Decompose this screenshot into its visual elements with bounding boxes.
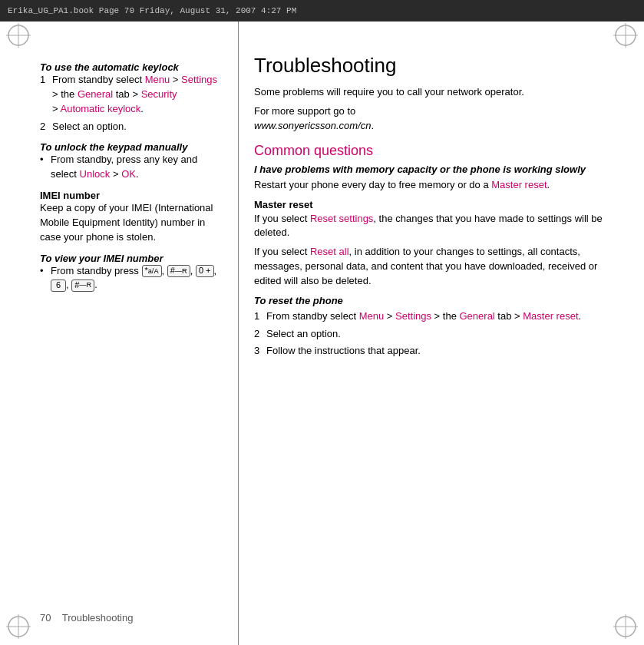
unlock-bullet1: • From standby, press any key and select… <box>40 153 224 182</box>
general-link2: General <box>460 310 495 322</box>
general-link1: General <box>78 88 113 100</box>
reset-step3: 3 Follow the instructions that appear. <box>254 344 613 359</box>
view-imei-bullet: • From standby press *a/A, #—R, 0 +,6, #… <box>40 264 224 293</box>
keylock-step2-text: Select an option. <box>52 120 127 134</box>
page-content: To use the automatic keylock 1 From stan… <box>0 22 644 645</box>
block-unlock-keypad: To unlock the keypad manually • From sta… <box>40 141 224 182</box>
intro-text2: For more support go towww.sonyericsson.c… <box>254 104 613 134</box>
reset-settings-link: Reset settings <box>310 213 373 224</box>
footer-section: Troubleshooting <box>62 612 134 624</box>
intro-text1: Some problems will require you to call y… <box>254 85 613 100</box>
security-link: Security <box>141 88 177 100</box>
reset-step1: 1 From standby select Menu > Settings > … <box>254 309 613 324</box>
reset-all-link: Reset all <box>310 246 349 257</box>
settings-link1: Settings <box>181 74 217 85</box>
reset-phone-heading: To reset the phone <box>254 295 613 306</box>
reset-step3-text: Follow the instructions that appear. <box>266 344 421 359</box>
imei-heading: IMEI number <box>40 190 224 201</box>
reset-step2-text: Select an option. <box>266 327 341 342</box>
auto-keylock-link: Automatic keylock <box>61 103 141 114</box>
menu-link1: Menu <box>145 74 170 85</box>
header-text: Erika_UG_PA1.book Page 70 Friday, August… <box>8 6 296 15</box>
keylock-step1: 1 From standby select Menu > Settings> t… <box>40 73 224 117</box>
page-title: Troubleshooting <box>254 54 613 78</box>
menu-link2: Menu <box>359 310 385 322</box>
block-auto-keylock: To use the automatic keylock 1 From stan… <box>40 61 224 134</box>
unlock-link: Unlock <box>80 168 111 180</box>
footer: 70 Troubleshooting <box>40 612 133 624</box>
view-imei-heading: To view your IMEI number <box>40 253 224 264</box>
key-hash-r2: #—R <box>71 280 94 292</box>
master-reset-heading: Master reset <box>254 199 613 210</box>
reset-step2: 2 Select an option. <box>254 327 613 342</box>
right-column: Troubleshooting Some problems will requi… <box>238 22 644 645</box>
imei-body: Keep a copy of your IMEI (International … <box>40 201 224 245</box>
footer-page-num: 70 <box>40 612 51 624</box>
common-questions-heading: Common questions <box>254 143 613 159</box>
unlock-keypad-heading: To unlock the keypad manually <box>40 141 224 153</box>
block-imei: IMEI number Keep a copy of your IMEI (In… <box>40 190 224 245</box>
auto-keylock-heading: To use the automatic keylock <box>40 61 224 73</box>
ok-link: OK <box>121 168 136 180</box>
header-bar: Erika_UG_PA1.book Page 70 Friday, August… <box>0 0 644 22</box>
keylock-step2: 2 Select an option. <box>40 120 224 134</box>
settings-link2: Settings <box>395 310 431 322</box>
key-zero: 0 + <box>196 265 214 277</box>
master-reset-link1: Master reset <box>491 179 547 190</box>
mr-body2: If you select Reset all, in addition to … <box>254 245 613 289</box>
master-reset-link2: Master reset <box>523 310 578 322</box>
q1-italic: I have problems with memory capacity or … <box>254 164 613 175</box>
key-six: 6 <box>51 280 66 292</box>
q1-body: Restart your phone every day to free mem… <box>254 178 613 193</box>
key-hash-r1: #—R <box>167 265 190 277</box>
block-view-imei: To view your IMEI number • From standby … <box>40 253 224 293</box>
left-column: To use the automatic keylock 1 From stan… <box>0 22 238 645</box>
key-star: *a/A <box>142 265 162 277</box>
mr-body1: If you select Reset settings, the change… <box>254 212 613 241</box>
